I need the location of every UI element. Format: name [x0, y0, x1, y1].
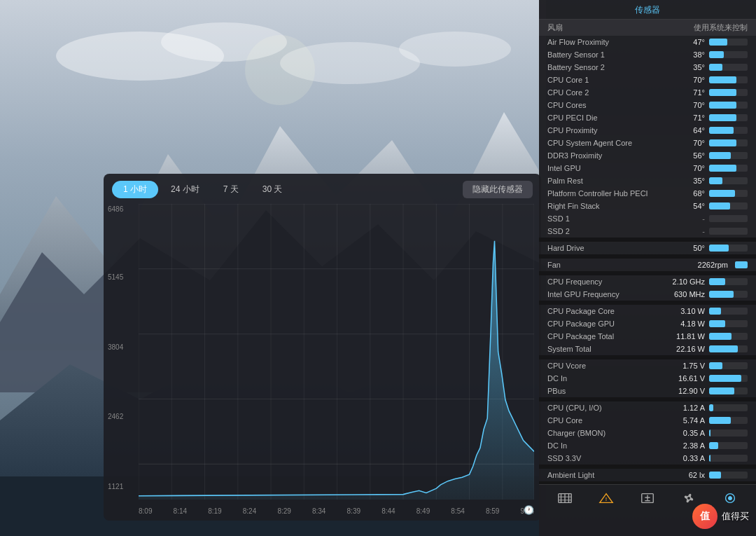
sensor-value-cpucore-a: 5.74 A: [673, 416, 705, 425]
tab-30day[interactable]: 30 天: [251, 181, 294, 198]
sensor-row-finstack[interactable]: Right Fin Stack 54°: [539, 200, 756, 212]
sensor-bar-cpuio: [709, 404, 748, 411]
sensor-bar-cpucore1: [709, 76, 748, 83]
sensor-row-harddrive[interactable]: Hard Drive 50°: [539, 242, 756, 254]
graph-area: 6486 5145 3804 2462 1121: [104, 204, 541, 521]
sensor-row-cpusac[interactable]: CPU System Agent Core 70°: [539, 137, 756, 149]
sensor-name-cpucore-pwr: CPU Package Core: [547, 307, 673, 315]
sensor-row-ssd33v[interactable]: SSD 3.3V 0.33 A: [539, 452, 756, 465]
sensor-name-charger: Charger (BMON): [547, 429, 673, 437]
fan-row-label: Fan: [547, 261, 696, 269]
y-label-3804: 3804: [108, 343, 123, 351]
sensor-row-cpucore-pwr[interactable]: CPU Package Core 3.10 W: [539, 305, 756, 317]
sensor-row-ssd1[interactable]: SSD 1 -: [539, 212, 756, 225]
sensor-row-cpufreq[interactable]: CPU Frequency 2.10 GHz: [539, 275, 756, 288]
sensor-name-pch: Platform Controller Hub PECI: [547, 189, 673, 198]
sensor-row-cpuio[interactable]: CPU (CPU, I/O) 1.12 A: [539, 401, 756, 414]
sensor-bar-dcin-v: [709, 375, 748, 382]
x-label-829: 8:29: [277, 507, 290, 515]
sensor-bar-cpucores: [709, 102, 748, 109]
sensor-value-pbus: 12.90 V: [673, 387, 705, 395]
sensor-value-cpuio: 1.12 A: [673, 404, 705, 412]
sensor-name-intelgpu: Intel GPU: [547, 164, 673, 172]
sensor-row-systotal-pwr[interactable]: System Total 22.16 W: [539, 343, 756, 355]
sensor-bar-cpucore-pwr: [709, 308, 748, 315]
sensor-row-ddr3[interactable]: DDR3 Proximity 56°: [539, 149, 756, 162]
graph-svg: [139, 204, 534, 500]
sensor-bar-cpugpu-pwr: [709, 320, 748, 327]
sensor-row-cpupkg-pwr[interactable]: CPU Package Total 11.81 W: [539, 330, 756, 343]
sensor-row-pch[interactable]: Platform Controller Hub PECI 68°: [539, 187, 756, 200]
sensor-row-battery1[interactable]: Battery Sensor 1 38°: [539, 48, 756, 61]
sensor-name-cpupkg-pwr: CPU Package Total: [547, 332, 673, 341]
x-label-824: 8:24: [243, 507, 256, 515]
sensor-row-ssd2[interactable]: SSD 2 -: [539, 225, 756, 238]
sensor-row-cpuvcore[interactable]: CPU Vcore 1.75 V: [539, 359, 756, 372]
fan-row-value: 2262rpm: [696, 261, 728, 269]
watermark-icon: 值: [692, 504, 718, 529]
sensor-value-cpupkg-pwr: 11.81 W: [673, 332, 705, 341]
sensor-row-airflow[interactable]: Air Flow Proximity 47°: [539, 36, 756, 48]
sensor-name-ssd1: SSD 1: [547, 214, 673, 223]
hide-sensor-button[interactable]: 隐藏此传感器: [463, 181, 533, 198]
sensor-name-battery1: Battery Sensor 1: [547, 50, 673, 59]
x-label-859: 8:59: [486, 507, 499, 515]
sensor-row-cpucores[interactable]: CPU Cores 70°: [539, 99, 756, 111]
fan-row[interactable]: Fan 2262rpm: [539, 259, 756, 271]
sensor-name-cpupeci: CPU PECI Die: [547, 114, 673, 122]
sensor-name-battery2: Battery Sensor 2: [547, 63, 673, 71]
sensor-name-cpugpu-pwr: CPU Package GPU: [547, 319, 673, 328]
sensor-row-cpuproximity[interactable]: CPU Proximity 64°: [539, 124, 756, 137]
fan-label: 风扇: [547, 22, 563, 33]
sensor-row-dcin-a[interactable]: DC In 2.38 A: [539, 439, 756, 452]
right-panel: 传感器 风扇 使用系统来控制 Air Flow Proximity 47° Ba…: [539, 0, 756, 536]
sensor-value-ssd2: -: [673, 227, 705, 235]
sensor-row-gpufreq[interactable]: Intel GPU Frequency 630 MHz: [539, 288, 756, 301]
svg-text:!: !: [606, 496, 607, 502]
sensor-row-cpucore-a[interactable]: CPU Core 5.74 A: [539, 414, 756, 427]
sensor-row-palmrest[interactable]: Palm Rest 35°: [539, 174, 756, 187]
tab-1hour[interactable]: 1 小时: [112, 181, 158, 198]
panel-header: 传感器: [539, 0, 756, 20]
sensor-value-finstack: 54°: [673, 202, 705, 210]
sensor-bar-cpusac: [709, 139, 748, 146]
sensor-value-harddrive: 50°: [673, 244, 705, 252]
sensor-row-intelgpu[interactable]: Intel GPU 70°: [539, 162, 756, 174]
sensor-value-cpuproximity: 64°: [673, 126, 705, 135]
sensor-row-cpupeci[interactable]: CPU PECI Die 71°: [539, 111, 756, 124]
tab-24hour[interactable]: 24 小时: [160, 181, 211, 198]
sensor-row-ambient[interactable]: Ambient Light 62 lx: [539, 469, 756, 481]
sensor-bar-intelgpu: [709, 165, 748, 172]
sensor-bar-systotal-pwr: [709, 345, 748, 352]
sensor-bar-ssd2: [709, 228, 748, 235]
sensor-name-cpuio: CPU (CPU, I/O): [547, 404, 673, 412]
nav-cpu-icon[interactable]: [552, 489, 578, 507]
sensor-bar-airflow: [709, 39, 748, 46]
sensor-bar-cpucore-a: [709, 417, 748, 424]
sensor-bar-pbus: [709, 387, 748, 394]
sensor-value-gpufreq: 630 MHz: [673, 290, 705, 298]
sensor-value-systotal-pwr: 22.16 W: [673, 345, 705, 353]
sensor-row-cpucore1[interactable]: CPU Core 1 70°: [539, 74, 756, 86]
sensor-bar-cpufreq: [709, 278, 748, 285]
sensor-bar-gpufreq: [709, 291, 748, 298]
sensor-row-dcin-v[interactable]: DC In 16.61 V: [539, 372, 756, 385]
sensor-row-battery2[interactable]: Battery Sensor 2 35°: [539, 61, 756, 74]
sensor-row-cpugpu-pwr[interactable]: CPU Package GPU 4.18 W: [539, 317, 756, 330]
sensor-value-palmrest: 35°: [673, 177, 705, 185]
sensor-value-cpucores: 70°: [673, 101, 705, 109]
nav-warning-icon[interactable]: !: [594, 489, 619, 507]
tab-7day[interactable]: 7 天: [212, 181, 250, 198]
sensor-value-cpuvcore: 1.75 V: [673, 362, 705, 370]
y-label-1121: 1121: [108, 483, 123, 490]
sensor-row-cpucore2[interactable]: CPU Core 2 71°: [539, 86, 756, 99]
sensor-row-charger[interactable]: Charger (BMON) 0.35 A: [539, 427, 756, 439]
sensor-bar-palmrest: [709, 177, 748, 184]
sensor-row-pbus[interactable]: PBus 12.90 V: [539, 385, 756, 397]
sensor-name-cpuproximity: CPU Proximity: [547, 126, 673, 135]
sensor-name-gpufreq: Intel GPU Frequency: [547, 290, 673, 298]
sensor-value-cpucore1: 70°: [673, 76, 705, 84]
nav-export-icon[interactable]: [635, 489, 660, 507]
sensor-name-harddrive: Hard Drive: [547, 244, 673, 252]
sensor-value-charger: 0.35 A: [673, 429, 705, 437]
